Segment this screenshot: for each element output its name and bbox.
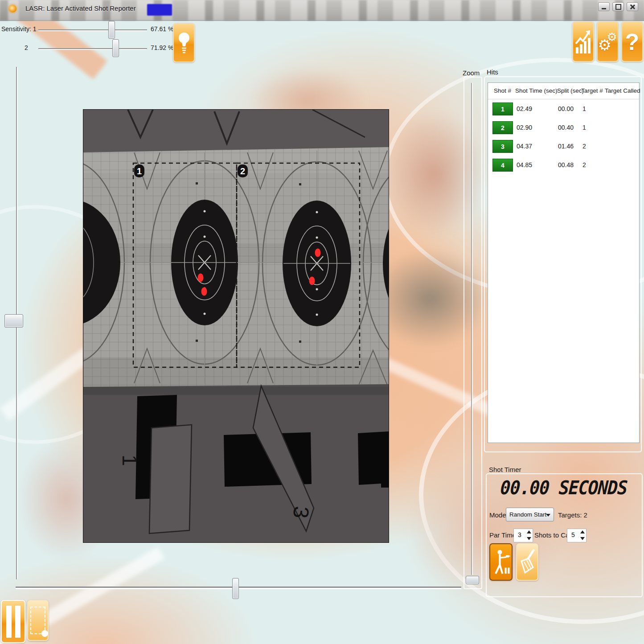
shot-time: 02.49 <box>517 105 532 112</box>
shot-marker <box>201 287 207 296</box>
shot-time: 04.37 <box>517 143 532 150</box>
shot-number-badge: 4 <box>492 159 513 172</box>
window-controls <box>598 2 638 11</box>
hits-row[interactable]: 1 02.49 00.00 1 <box>488 99 639 118</box>
shot-target: 1 <box>582 105 586 112</box>
black-sliver <box>381 479 389 488</box>
pause-icon <box>6 606 21 638</box>
stats-button[interactable] <box>572 21 594 62</box>
shot-time: 02.90 <box>517 124 532 131</box>
hits-row[interactable]: 4 04.85 00.48 2 <box>488 156 639 174</box>
add-target-zone-button[interactable] <box>27 600 49 641</box>
chart-icon <box>575 29 592 54</box>
camera-image: 1 2 1 3 <box>83 110 389 542</box>
mode-dropdown[interactable]: Random Start <box>506 508 554 521</box>
column-header-time: Shot Time (sec) <box>515 87 558 94</box>
shot-number-badge: 2 <box>492 121 513 134</box>
camera-top-band <box>83 110 389 152</box>
stepper-down-icon[interactable] <box>580 537 585 540</box>
marquee-handle-dot <box>41 630 48 637</box>
paper-target-1 <box>149 425 192 533</box>
sensitivity-2-slider[interactable] <box>38 48 147 49</box>
restore-button[interactable] <box>612 2 624 11</box>
shot-target: 1 <box>582 124 586 131</box>
light-adjust-button[interactable] <box>173 23 195 62</box>
shot-timer-label: Shot Timer <box>489 466 521 473</box>
zoom-label: Zoom <box>463 69 480 77</box>
sensitivity-2-value: 71.92 % <box>151 44 173 51</box>
zone-1-label: 1 <box>137 166 142 176</box>
shot-marker <box>315 249 321 257</box>
hits-table-header: Shot # Shot Time (sec) Split (sec) Targe… <box>488 83 639 99</box>
zoom-slider-thumb[interactable] <box>466 576 479 584</box>
hits-row[interactable]: 3 04.37 01.46 2 <box>488 137 639 156</box>
shot-marker <box>309 277 315 285</box>
shot-number-badge: 1 <box>492 103 513 115</box>
lightbulb-icon <box>176 30 192 55</box>
targets-count-label: Targets: 2 <box>558 511 587 519</box>
shot-time: 04.85 <box>517 161 532 168</box>
stepper-down-icon[interactable] <box>527 537 531 540</box>
hits-table: Shot # Shot Time (sec) Split (sec) Targe… <box>488 82 640 443</box>
app-window: LASR: Laser Activated Shot Reporter Sens… <box>0 0 644 644</box>
zoom-slider[interactable] <box>471 83 472 575</box>
par-time-value: 3 <box>514 531 525 538</box>
minimize-icon <box>602 8 606 9</box>
title-bar: LASR: Laser Activated Shot Reporter <box>0 0 644 21</box>
gears-icon: ⚙ ⚙ <box>599 30 617 53</box>
close-icon <box>630 4 635 9</box>
sensitivity-2-label: 2 <box>25 44 28 51</box>
column-header-split: Split (sec) <box>557 87 584 94</box>
close-button[interactable] <box>627 2 638 11</box>
minimize-button[interactable] <box>598 2 610 11</box>
shot-split: 00.48 <box>558 161 574 168</box>
sensitivity-1-value: 67.61 % <box>151 25 173 33</box>
sensitivity-1-slider-thumb[interactable] <box>108 21 115 39</box>
sensitivity-1-label: Sensitivity: 1 <box>1 25 37 33</box>
shot-split: 01.46 <box>558 143 574 150</box>
zoom-slider-frame <box>464 77 482 589</box>
shot-target: 2 <box>582 161 586 168</box>
column-header-target: Target # <box>581 87 603 94</box>
marquee-selection-icon <box>30 607 45 634</box>
sensitivity-1-slider[interactable] <box>38 29 147 30</box>
paper-1-number: 1 <box>118 455 141 466</box>
help-button[interactable]: ? <box>621 21 643 62</box>
broom-icon <box>518 548 537 576</box>
shots-to-call-value: 5 <box>567 531 579 538</box>
sensitivity-2-slider-thumb[interactable] <box>112 39 119 57</box>
vertical-pan-slider-thumb[interactable] <box>4 314 23 328</box>
par-time-stepper[interactable]: 3 <box>513 529 533 542</box>
stepper-up-icon[interactable] <box>580 530 585 533</box>
shot-number-badge: 3 <box>492 140 513 153</box>
mode-label: Mode: <box>489 511 508 519</box>
settings-button[interactable]: ⚙ ⚙ <box>597 21 619 62</box>
pause-button[interactable] <box>1 600 25 643</box>
column-header-called: Target Called <box>605 87 640 94</box>
shot-split: 00.40 <box>558 124 574 131</box>
pause-bar <box>15 606 21 638</box>
camera-view[interactable]: 1 2 1 3 <box>83 109 389 543</box>
hits-row[interactable]: 2 02.90 00.40 1 <box>488 118 639 137</box>
mode-value: Random Start <box>509 511 546 518</box>
shots-to-call-stepper[interactable]: 5 <box>567 529 587 542</box>
pause-bar <box>6 606 12 638</box>
shot-target: 2 <box>582 143 586 150</box>
start-timer-button[interactable] <box>489 543 513 581</box>
horizontal-pan-slider-thumb[interactable] <box>232 578 239 599</box>
black-panel-far-right <box>358 431 389 485</box>
restore-icon <box>615 4 621 10</box>
shots-to-call-stepper-buttons <box>579 529 585 541</box>
window-title: LASR: Laser Activated Shot Reporter <box>25 4 136 12</box>
clear-hits-button[interactable] <box>516 543 538 581</box>
zone-2-label: 2 <box>240 166 245 176</box>
shooter-icon <box>491 547 511 577</box>
stepper-up-icon[interactable] <box>527 530 531 533</box>
camera-shadow <box>83 387 389 395</box>
shot-marker <box>198 274 204 282</box>
chevron-down-icon <box>546 514 550 517</box>
blue-artifact <box>147 4 172 16</box>
target-sheet <box>83 147 389 387</box>
app-icon <box>9 5 16 12</box>
shot-split: 00.00 <box>558 105 574 112</box>
